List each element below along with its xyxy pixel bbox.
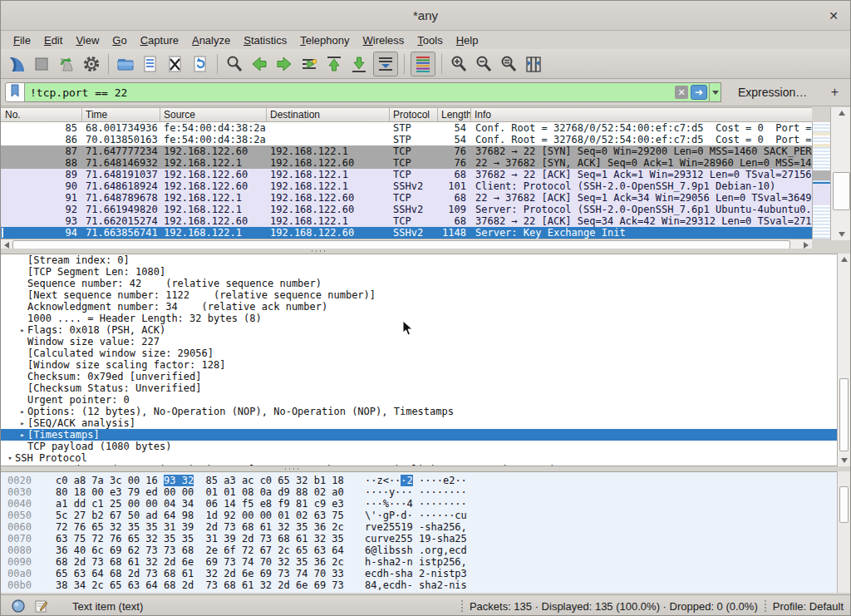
column-info[interactable]: Info xyxy=(471,108,812,121)
detail-line[interactable]: Sequence number: 42 (relative sequence n… xyxy=(1,278,851,289)
selected-ascii[interactable]: ·2 xyxy=(401,475,412,486)
packet-row-94-selected[interactable]: 9471.663856741192.168.122.1192.168.122.6… xyxy=(1,227,812,239)
close-file-button[interactable] xyxy=(163,52,188,76)
scroll-up-arrow[interactable] xyxy=(838,254,850,265)
detail-line[interactable]: Checksum: 0x79ed [unverified] xyxy=(1,371,851,382)
bytes-vscrollbar[interactable] xyxy=(837,471,850,593)
detail-line-timestamps-selected[interactable]: ▸[Timestamps] xyxy=(1,429,851,441)
find-packet-button[interactable] xyxy=(222,52,247,76)
expand-arrow-icon[interactable]: ▸ xyxy=(17,406,27,417)
selected-bytes[interactable]: 93 32 xyxy=(164,475,194,486)
detail-line-flags[interactable]: ▸Flags: 0x018 (PSH, ACK) xyxy=(1,324,851,336)
restart-capture-button[interactable] xyxy=(54,52,79,76)
column-time[interactable]: Time xyxy=(82,108,160,121)
filter-dropdown-caret[interactable] xyxy=(709,82,721,102)
go-back-button[interactable] xyxy=(247,52,272,76)
menu-statistics[interactable]: Statistics xyxy=(238,32,293,48)
hex-row[interactable]: 0020c0 a8 7a 3c 00 16 93 32 85 a3 ac c0 … xyxy=(1,475,851,486)
menu-tools[interactable]: Tools xyxy=(411,32,448,48)
detail-line-ssh-protocol[interactable]: ▾SSH Protocol xyxy=(1,452,851,464)
packet-row-93[interactable]: 9371.662015274192.168.122.60192.168.122.… xyxy=(1,215,812,227)
scrollbar-thumb[interactable] xyxy=(833,172,850,210)
close-window-button[interactable]: ✕ xyxy=(825,7,842,24)
detail-line[interactable]: [Calculated window size: 29056] xyxy=(1,347,851,359)
hex-row[interactable]: 00b038 34 2c 65 63 64 68 2d 73 68 61 32 … xyxy=(1,579,851,591)
hex-row[interactable]: 003080 18 00 e3 79 ed 00 00 01 01 08 0a … xyxy=(1,486,851,498)
hex-row[interactable]: 008036 40 6c 69 62 73 73 68 2e 6f 72 67 … xyxy=(1,545,851,556)
expand-arrow-icon[interactable]: ▸ xyxy=(17,429,27,441)
filter-apply-icon[interactable]: ➜ xyxy=(691,85,707,100)
zoom-out-button[interactable] xyxy=(471,52,496,76)
details-vscrollbar[interactable] xyxy=(837,254,850,466)
detail-line[interactable]: Acknowledgment number: 34 (relative ack … xyxy=(1,301,851,313)
menu-capture[interactable]: Capture xyxy=(135,32,184,48)
expand-arrow-icon[interactable]: ▸ xyxy=(17,417,27,429)
start-capture-button[interactable] xyxy=(4,52,29,76)
collapse-arrow-icon[interactable]: ▾ xyxy=(5,452,15,464)
resize-columns-button[interactable] xyxy=(521,52,546,76)
column-destination[interactable]: Destination xyxy=(267,108,390,121)
menu-file[interactable]: File xyxy=(7,32,37,48)
packet-row-89[interactable]: 8971.648191037192.168.122.60192.168.122.… xyxy=(1,169,812,180)
add-filter-button[interactable]: + xyxy=(824,83,845,101)
stop-capture-button[interactable] xyxy=(29,52,54,76)
detail-line[interactable]: Window size value: 227 xyxy=(1,336,851,347)
go-first-button[interactable] xyxy=(322,52,347,76)
menu-analyze[interactable]: Analyze xyxy=(186,32,236,48)
column-no[interactable]: No. xyxy=(1,108,82,121)
packet-row-90[interactable]: 9071.648618924192.168.122.60192.168.122.… xyxy=(1,180,812,192)
menu-edit[interactable]: Edit xyxy=(38,32,68,48)
filter-clear-icon[interactable]: ✕ xyxy=(675,86,688,99)
detail-line[interactable]: [TCP Segment Len: 1080] xyxy=(1,266,851,278)
go-forward-button[interactable] xyxy=(272,52,297,76)
detail-line[interactable]: 1000 .... = Header Length: 32 bytes (8) xyxy=(1,313,851,324)
profile-status[interactable]: Profile: Default xyxy=(773,600,844,613)
menu-go[interactable]: Go xyxy=(106,32,132,48)
column-protocol[interactable]: Protocol xyxy=(390,108,438,121)
detail-line-seq-ack[interactable]: ▸[SEQ/ACK analysis] xyxy=(1,417,851,429)
scrollbar-thumb[interactable] xyxy=(839,486,849,523)
filter-input[interactable]: !tcp.port == 22 xyxy=(25,86,675,99)
packet-row-91[interactable]: 9171.648789678192.168.122.1192.168.122.6… xyxy=(1,192,812,204)
hex-row[interactable]: 00505c 27 b2 67 50 ad 64 98 1d 92 00 00 … xyxy=(1,510,851,521)
packet-row-88[interactable]: 8871.648146932192.168.122.1192.168.122.6… xyxy=(1,157,812,169)
column-source[interactable]: Source xyxy=(160,108,267,121)
packet-row-92[interactable]: 9271.661949820192.168.122.1192.168.122.6… xyxy=(1,204,812,215)
detail-line[interactable]: [Next sequence number: 1122 (relative se… xyxy=(1,289,851,301)
detail-line[interactable]: Urgent pointer: 0 xyxy=(1,394,851,406)
auto-scroll-button[interactable] xyxy=(373,52,398,76)
packet-row-86[interactable]: 8670.013850163fe:54:00:d4:38:2aSTP54Conf… xyxy=(1,134,812,145)
column-length[interactable]: Length xyxy=(438,108,471,121)
detail-line[interactable]: [Checksum Status: Unverified] xyxy=(1,382,851,394)
go-last-button[interactable] xyxy=(347,52,371,76)
hex-row[interactable]: 006072 76 65 32 35 35 31 39 2d 73 68 61 … xyxy=(1,521,851,533)
zoom-in-button[interactable] xyxy=(446,52,471,76)
expert-info-button[interactable] xyxy=(11,599,26,614)
filter-bookmark-button[interactable] xyxy=(5,82,25,102)
scroll-up-arrow[interactable] xyxy=(831,107,851,119)
expand-arrow-icon[interactable]: ▸ xyxy=(17,324,27,336)
packet-row-87[interactable]: 8771.647777234192.168.122.60192.168.122.… xyxy=(1,145,812,157)
detail-line-options[interactable]: ▸Options: (12 bytes), No-Operation (NOP)… xyxy=(1,406,851,417)
detail-line[interactable]: [Window size scaling factor: 128] xyxy=(1,359,851,371)
reload-file-button[interactable] xyxy=(188,52,213,76)
scroll-down-arrow[interactable] xyxy=(838,455,850,466)
display-filter-field[interactable]: !tcp.port == 22 ✕ ➜ xyxy=(25,82,721,102)
expression-button[interactable]: Expression… xyxy=(733,83,812,101)
save-file-button[interactable] xyxy=(138,52,163,76)
colorize-button[interactable] xyxy=(411,52,435,76)
detail-line-tcp-payload[interactable]: TCP payload (1080 bytes) xyxy=(1,441,851,452)
scroll-down-arrow[interactable] xyxy=(831,229,851,240)
hex-row[interactable]: 00a065 63 64 68 2d 73 68 61 32 2d 6e 69 … xyxy=(1,568,851,579)
zoom-original-button[interactable] xyxy=(496,52,521,76)
packet-row-85[interactable]: 8568.001734936fe:54:00:d4:38:2aSTP54Conf… xyxy=(1,122,812,134)
packet-list-vscrollbar[interactable] xyxy=(830,107,851,240)
go-to-packet-button[interactable] xyxy=(297,52,322,76)
hex-row[interactable]: 007063 75 72 76 65 32 35 35 31 39 2d 73 … xyxy=(1,533,851,545)
intelligent-scrollbar-minimap[interactable] xyxy=(812,122,830,239)
capture-comment-button[interactable] xyxy=(34,599,49,614)
hex-row[interactable]: 0040a1 dd c1 25 00 00 04 34 06 14 f5 e8 … xyxy=(1,498,851,510)
open-file-button[interactable] xyxy=(113,52,138,76)
scrollbar-thumb[interactable] xyxy=(839,378,849,451)
menu-help[interactable]: Help xyxy=(450,32,485,48)
